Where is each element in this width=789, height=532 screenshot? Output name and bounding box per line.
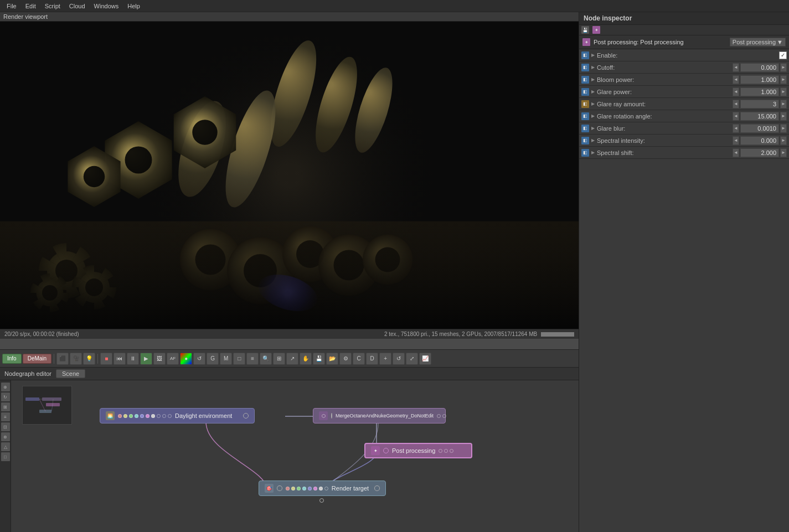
expand-glare-power[interactable]: ▶ <box>590 89 596 95</box>
param-value-container-spectral-shift: ◄ 2.000 ► <box>733 148 787 157</box>
menu-help[interactable]: Help <box>123 2 145 11</box>
toolbar-btn-pause[interactable]: ⏸ <box>127 353 139 365</box>
toolbar-btn-beginning[interactable]: ⏮ <box>114 353 126 365</box>
param-arrow-left-bloom[interactable]: ◄ <box>733 75 739 84</box>
inspector-icon-node[interactable]: ✦ <box>592 26 600 34</box>
viewport-title: Render viewport <box>3 13 48 20</box>
param-arrow-right-spectral-shift[interactable]: ► <box>780 148 787 157</box>
param-value-enable[interactable]: ✓ <box>779 51 787 59</box>
toolbar-btn-load[interactable]: 📂 <box>326 353 338 365</box>
toolbar-btn-graph[interactable]: 📈 <box>419 353 431 365</box>
tab-demain[interactable]: DeMain <box>23 354 51 364</box>
toolbar-btn-view[interactable]: ⊞ <box>273 353 285 365</box>
sidebar-icon-3[interactable]: ⊞ <box>1 402 10 411</box>
expand-glare-blur[interactable]: ▶ <box>590 126 596 131</box>
node-daylight-output <box>243 413 249 419</box>
expand-glare-ray[interactable]: ▶ <box>590 101 596 107</box>
toolbar-btn-render-region[interactable]: ⬛ <box>56 353 69 365</box>
sidebar-icon-5[interactable]: ⊡ <box>1 422 10 431</box>
toolbar-btn-cursor[interactable]: ↗ <box>286 353 298 365</box>
toolbar-btn-stop[interactable]: ■ <box>100 353 112 365</box>
sidebar-icon-4[interactable]: ≡ <box>1 412 10 421</box>
expand-bloom[interactable]: ▶ <box>590 77 596 82</box>
toolbar-btn-mesh[interactable]: M <box>220 353 232 365</box>
node-type-selector[interactable]: Post processing ▼ <box>730 38 786 47</box>
menu-windows[interactable]: Windows <box>90 2 123 11</box>
toolbar-btn-env[interactable]: ≡ <box>246 353 259 365</box>
toolbar-btn-settings2[interactable]: ⚙ <box>339 353 352 365</box>
toolbar-btn-color[interactable]: ● <box>180 353 192 365</box>
tab-info[interactable]: Info <box>2 354 22 364</box>
sidebar-icon-6[interactable]: ⊗ <box>1 432 10 441</box>
param-arrow-left-spectral-shift[interactable]: ◄ <box>733 148 739 157</box>
param-label-spectral-intensity: Spectral intensity: <box>597 137 733 144</box>
param-arrow-right-bloom[interactable]: ► <box>780 75 787 84</box>
param-row-glare-ray: ◧ ▶ Glare ray amount: ◄ 3 ► <box>579 98 789 110</box>
node-rendertarget-input <box>277 485 282 491</box>
inspector-icon-save[interactable]: 💾 <box>581 26 589 34</box>
menu-file[interactable]: File <box>2 2 21 11</box>
viewport-title-bar: Render viewport <box>0 12 579 22</box>
param-arrow-right-glare-power[interactable]: ► <box>780 87 787 96</box>
toolbar-btn-display[interactable]: D <box>366 353 378 365</box>
param-arrow-left-glare-blur[interactable]: ◄ <box>733 124 739 133</box>
toolbar-btn-add[interactable]: + <box>379 353 391 365</box>
render-canvas <box>0 22 579 329</box>
toolbar-btn-refresh[interactable]: ↺ <box>193 353 205 365</box>
toolbar-btn-zoom-in[interactable]: 🔍 <box>260 353 272 365</box>
param-arrow-left-cutoff[interactable]: ◄ <box>733 63 739 72</box>
toolbar-btn-mat[interactable]: □ <box>233 353 245 365</box>
expand-spectral-shift[interactable]: ▶ <box>590 150 596 156</box>
param-value-glare-ray: 3 <box>740 100 779 109</box>
param-arrow-left-spectral-intensity[interactable]: ◄ <box>733 136 739 145</box>
toolbar-btn-af[interactable]: AF <box>167 353 179 365</box>
param-icon-spectral-intensity: ◧ <box>581 137 589 144</box>
expand-glare-rot[interactable]: ▶ <box>590 113 596 119</box>
minimap <box>22 386 72 425</box>
toolbar-btn-pan[interactable]: ✋ <box>300 353 312 365</box>
expand-spectral-intensity[interactable]: ▶ <box>590 138 596 143</box>
node-daylight[interactable]: 🌅 Daylight <box>100 408 255 423</box>
param-value-glare-power: 1.000 <box>740 87 779 96</box>
menu-edit[interactable]: Edit <box>21 2 40 11</box>
expand-enable[interactable]: ▶ <box>590 53 596 58</box>
sidebar-icon-8[interactable]: □ <box>1 452 10 461</box>
node-rendertarget[interactable]: 🎯 Render target <box>259 481 386 496</box>
dot <box>442 414 446 418</box>
toolbar-btn-expand[interactable]: ⤢ <box>406 353 418 365</box>
menu-script[interactable]: Script <box>40 2 65 11</box>
toolbar-btn-cam[interactable]: 🎥 <box>70 353 82 365</box>
toolbar-btn-gpu[interactable]: G <box>207 353 219 365</box>
param-value-cutoff: 0.000 <box>740 63 779 72</box>
node-postprocess[interactable]: ✦ Post processing <box>364 443 472 458</box>
param-arrow-right-glare-rot[interactable]: ► <box>780 112 787 121</box>
param-arrow-right-spectral-intensity[interactable]: ► <box>780 136 787 145</box>
dot <box>286 487 290 490</box>
param-arrow-right-glare-blur[interactable]: ► <box>780 124 787 133</box>
param-arrow-left-glare-ray[interactable]: ◄ <box>733 100 739 109</box>
node-merge[interactable]: ⬡ MergeOctaneAndNukeGeometry_DoNotEdit <box>313 408 446 423</box>
toolbar-btn-save-img[interactable]: 💾 <box>313 353 325 365</box>
node-postprocess-label: Post processing <box>392 447 435 454</box>
param-value-glare-rot: 15.000 <box>740 112 779 121</box>
toolbar: Info DeMain ⬛ 🎥 💡 ■ ⏮ ⏸ ▶ 🖼 AF ● ↺ G M □… <box>0 350 579 368</box>
svg-rect-2 <box>46 403 60 406</box>
sidebar-icon-1[interactable]: ⊕ <box>1 383 10 391</box>
param-arrow-left-glare-power[interactable]: ◄ <box>733 87 739 96</box>
param-arrow-right-cutoff[interactable]: ► <box>780 63 787 72</box>
toolbar-btn-clamp[interactable]: C <box>353 353 365 365</box>
sidebar-icon-7[interactable]: △ <box>1 442 10 451</box>
toolbar-btn-render-img[interactable]: 🖼 <box>153 353 166 365</box>
toolbar-btn-play[interactable]: ▶ <box>140 353 152 365</box>
scene-tab[interactable]: Scene <box>56 369 85 378</box>
toolbar-btn-reset[interactable]: ↺ <box>393 353 405 365</box>
expand-cutoff[interactable]: ▶ <box>590 65 596 70</box>
inspector-node-icon: ✦ <box>582 38 590 46</box>
param-arrow-left-glare-rot[interactable]: ◄ <box>733 112 739 121</box>
sidebar-icon-2[interactable]: ↻ <box>1 392 10 401</box>
param-arrow-right-glare-ray[interactable]: ► <box>780 100 787 109</box>
nodegraph-canvas[interactable]: 🌅 Daylight <box>11 380 579 532</box>
toolbar-btn-light[interactable]: 💡 <box>83 353 95 365</box>
menu-cloud[interactable]: Cloud <box>65 2 90 11</box>
param-icon-glare-power: ◧ <box>581 88 589 96</box>
